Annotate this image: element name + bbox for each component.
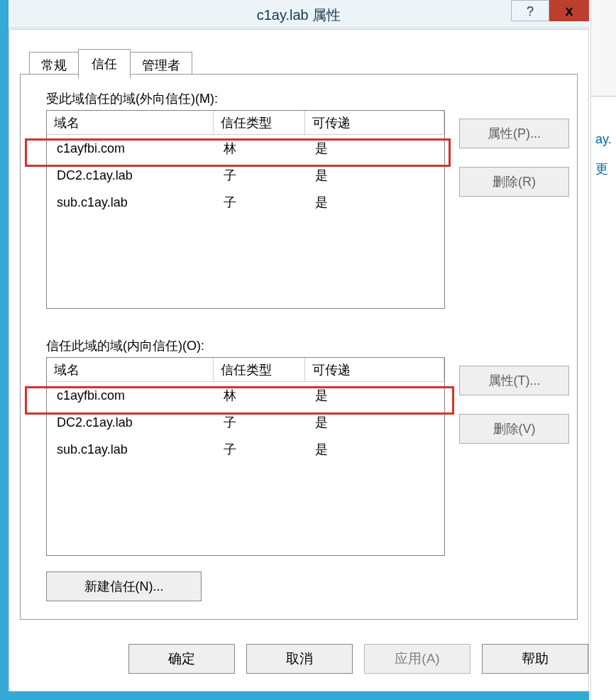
- dialog-body: 常规 信任 管理者 受此域信任的域(外向信任)(M): 域名 信任类型 可传递 …: [9, 29, 589, 691]
- table-row[interactable]: DC2.c1ay.lab 子 是: [47, 409, 444, 436]
- column-header-transitive[interactable]: 可传递: [305, 358, 444, 382]
- table-row[interactable]: c1ayfbi.com 林 是: [47, 382, 444, 409]
- trust-type-cell: 子: [214, 190, 306, 214]
- titlebar[interactable]: c1ay.lab 属性 ? x: [9, 0, 589, 28]
- incoming-remove-button[interactable]: 删除(V): [459, 414, 569, 444]
- domain-name-cell: c1ayfbi.com: [47, 385, 214, 407]
- background-window-strip: ay. 更: [590, 0, 616, 700]
- new-trust-button[interactable]: 新建信任(N)...: [46, 572, 202, 601]
- titlebar-help-button[interactable]: ?: [511, 0, 549, 21]
- incoming-trusts-header-row: 域名 信任类型 可传递: [47, 358, 444, 382]
- incoming-trusts-label: 信任此域的域(内向信任)(O):: [46, 337, 204, 354]
- transitive-cell: 是: [305, 190, 444, 214]
- column-header-type[interactable]: 信任类型: [214, 358, 306, 382]
- cancel-button[interactable]: 取消: [246, 644, 353, 674]
- tab-strip: 常规 信任 管理者: [29, 51, 192, 75]
- domain-name-cell: c1ayfbi.com: [47, 138, 214, 160]
- trust-type-cell: 林: [214, 383, 306, 408]
- background-window-header: [591, 0, 616, 97]
- dialog-action-row: 确定 取消 应用(A) 帮助: [9, 644, 588, 675]
- transitive-cell: 是: [305, 410, 444, 434]
- titlebar-close-button[interactable]: x: [549, 0, 589, 21]
- background-text-fragment: ay.: [595, 132, 612, 147]
- apply-button[interactable]: 应用(A): [364, 644, 471, 674]
- table-row[interactable]: c1ayfbi.com 林 是: [47, 135, 444, 162]
- transitive-cell: 是: [305, 136, 444, 160]
- column-header-type[interactable]: 信任类型: [214, 111, 306, 135]
- incoming-properties-button[interactable]: 属性(T)...: [459, 366, 569, 395]
- column-header-domain[interactable]: 域名: [47, 111, 214, 135]
- domain-name-cell: DC2.c1ay.lab: [47, 412, 214, 434]
- domain-name-cell: sub.c1ay.lab: [47, 439, 214, 461]
- table-row[interactable]: sub.c1ay.lab 子 是: [47, 189, 444, 216]
- column-header-transitive[interactable]: 可传递: [305, 111, 444, 135]
- outgoing-trusts-list[interactable]: 域名 信任类型 可传递 c1ayfbi.com 林 是 DC2.c1ay.lab…: [46, 110, 445, 309]
- trust-type-cell: 子: [214, 163, 306, 187]
- window-bottom-border: [0, 691, 589, 700]
- trust-type-cell: 林: [214, 136, 306, 160]
- window-left-border: [0, 0, 9, 700]
- help-button[interactable]: 帮助: [482, 644, 588, 674]
- table-row[interactable]: sub.c1ay.lab 子 是: [47, 436, 444, 463]
- trust-type-cell: 子: [214, 410, 306, 434]
- table-row[interactable]: DC2.c1ay.lab 子 是: [47, 162, 444, 189]
- outgoing-properties-button[interactable]: 属性(P)...: [459, 119, 569, 148]
- outgoing-remove-button[interactable]: 删除(R): [459, 167, 569, 197]
- trust-type-cell: 子: [214, 437, 306, 461]
- properties-dialog-window: c1ay.lab 属性 ? x 常规 信任 管理者 受此域信任的域(外向信任)(…: [0, 0, 589, 700]
- column-header-domain[interactable]: 域名: [47, 358, 214, 382]
- ok-button[interactable]: 确定: [128, 644, 235, 674]
- tab-page-trusts: 受此域信任的域(外向信任)(M): 域名 信任类型 可传递 c1ayfbi.co…: [20, 74, 578, 620]
- domain-name-cell: sub.c1ay.lab: [47, 192, 214, 214]
- outgoing-trusts-label: 受此域信任的域(外向信任)(M):: [46, 90, 218, 107]
- transitive-cell: 是: [305, 163, 444, 187]
- incoming-trusts-list[interactable]: 域名 信任类型 可传递 c1ayfbi.com 林 是 DC2.c1ay.lab…: [46, 357, 445, 556]
- outgoing-trusts-header-row: 域名 信任类型 可传递: [47, 111, 444, 135]
- tab-trusts[interactable]: 信任: [78, 49, 131, 79]
- window-title: c1ay.lab 属性: [9, 6, 589, 25]
- transitive-cell: 是: [305, 437, 444, 461]
- domain-name-cell: DC2.c1ay.lab: [47, 165, 214, 187]
- background-text-fragment: 更: [595, 160, 608, 177]
- transitive-cell: 是: [305, 383, 444, 408]
